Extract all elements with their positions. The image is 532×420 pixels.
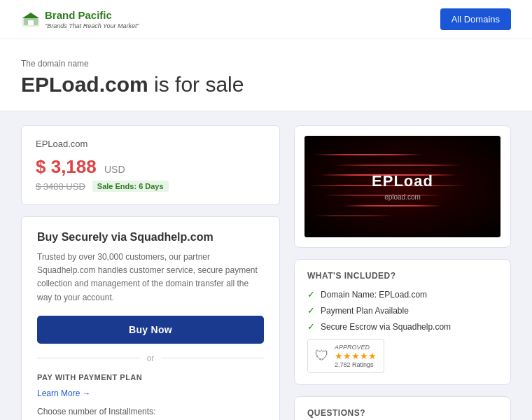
logo-icon: [21, 11, 41, 28]
whats-included-title: WHAT'S INCLUDED?: [307, 271, 498, 281]
domain-preview-card: EPLoad epload.com: [294, 125, 511, 248]
domain-name: EPLoad.com: [21, 73, 148, 96]
approved-text: APPROVED: [335, 344, 377, 351]
hero-section: The domain name EPLoad.com is for sale: [0, 39, 532, 111]
included-item-2: ✓ Payment Plan Available: [307, 305, 498, 316]
included-item-1: ✓ Domain Name: EPLoad.com: [307, 289, 498, 300]
all-domains-button[interactable]: All Domains: [440, 8, 511, 30]
price-original-row: $ 3488 USD Sale Ends: 6 Days: [36, 181, 265, 192]
ratings-text: 2,782 Ratings: [335, 361, 377, 368]
check-icon-1: ✓: [307, 289, 315, 300]
price-card: EPLoad.com $ 3,188 USD $ 3488 USD Sale E…: [21, 125, 280, 205]
questions-title: QUESTIONS?: [307, 408, 498, 418]
payment-plan-title: PAY WITH PAYMENT PLAN: [37, 373, 264, 382]
badge-text-area: APPROVED ★★★★★ 2,782 Ratings: [335, 344, 377, 368]
whats-included-card: WHAT'S INCLUDED? ✓ Domain Name: EPLoad.c…: [294, 259, 511, 385]
installments-label: Choose number of Installments:: [37, 407, 264, 416]
questions-card: QUESTIONS? Talk to a Branding Consultant…: [294, 396, 511, 420]
main-content: EPLoad.com $ 3,188 USD $ 3488 USD Sale E…: [0, 111, 532, 420]
svg-rect-3: [28, 20, 34, 25]
sale-badge: Sale Ends: 6 Days: [92, 181, 169, 192]
current-price: $ 3,188 USD: [36, 156, 265, 178]
price-card-domain: EPLoad.com: [36, 139, 265, 149]
domain-url-overlay: epload.com: [384, 193, 421, 201]
header: Brand Pacific "Brands That Reach Your Ma…: [0, 0, 532, 39]
logo-brand-name: Brand Pacific: [45, 9, 139, 21]
right-column: EPLoad epload.com WHAT'S INCLUDED? ✓ Dom…: [294, 125, 511, 420]
included-item-3: ✓ Secure Escrow via Squadhelp.com: [307, 321, 498, 332]
domain-name-overlay: EPLoad: [372, 172, 433, 190]
domain-title: EPLoad.com is for sale: [21, 73, 511, 97]
logo-text-area: Brand Pacific "Brands That Reach Your Ma…: [45, 9, 139, 29]
logo-tagline: "Brands That Reach Your Market": [45, 22, 139, 29]
left-column: EPLoad.com $ 3,188 USD $ 3488 USD Sale E…: [21, 125, 280, 420]
payment-plan-section: PAY WITH PAYMENT PLAN Learn More → Choos…: [37, 373, 264, 420]
svg-marker-2: [22, 13, 39, 18]
check-icon-3: ✓: [307, 321, 315, 332]
buy-card: Buy Securely via Squadhelp.com Trusted b…: [21, 216, 280, 420]
or-divider: or: [37, 354, 264, 363]
buy-title: Buy Securely via Squadhelp.com: [37, 231, 264, 244]
original-price: $ 3488 USD: [36, 181, 85, 192]
check-icon-2: ✓: [307, 305, 315, 316]
arrow-icon: →: [82, 388, 90, 398]
currency-label: USD: [104, 164, 125, 175]
approved-badge: 🛡 APPROVED ★★★★★ 2,782 Ratings: [307, 339, 384, 373]
stars: ★★★★★: [335, 351, 377, 361]
buy-description: Trusted by over 30,000 customers, our pa…: [37, 251, 264, 304]
or-text: or: [147, 354, 155, 363]
learn-more-link[interactable]: Learn More →: [37, 388, 90, 398]
logo-area: Brand Pacific "Brands That Reach Your Ma…: [21, 9, 139, 29]
domain-image: EPLoad epload.com: [304, 136, 500, 237]
is-for-sale-text: is for sale: [154, 73, 244, 96]
buy-now-button[interactable]: Buy Now: [37, 316, 264, 344]
shield-icon: 🛡: [315, 348, 329, 364]
domain-label: The domain name: [21, 59, 511, 69]
